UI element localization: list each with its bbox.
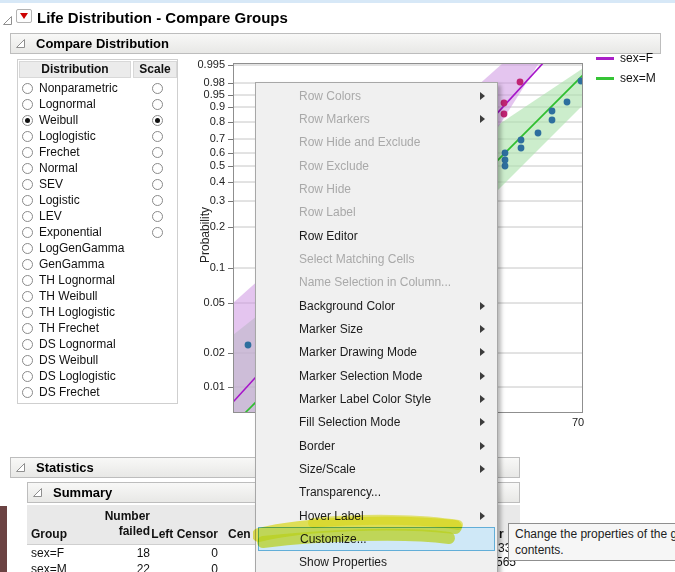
y-axis-tick: 0.1 xyxy=(180,261,228,275)
distribution-radio[interactable] xyxy=(22,259,33,270)
distribution-radio[interactable] xyxy=(22,163,33,174)
distribution-row: Frechet xyxy=(18,144,177,160)
menu-item[interactable]: Hover Label xyxy=(256,504,497,527)
distribution-radio[interactable] xyxy=(22,355,33,366)
distribution-label: DS Loglogistic xyxy=(39,369,116,383)
disclosure-icon[interactable] xyxy=(15,38,31,49)
distribution-label: SEV xyxy=(39,177,63,191)
scale-radio[interactable] xyxy=(152,99,163,110)
distribution-row: Exponential xyxy=(18,224,177,240)
distribution-label: TH Weibull xyxy=(39,289,97,303)
distribution-radio[interactable] xyxy=(22,83,33,94)
menu-item[interactable]: Size/Scale xyxy=(256,457,497,480)
header-censored-clipped: Cen xyxy=(228,527,251,541)
scale-radio[interactable] xyxy=(152,131,163,142)
distribution-label: DS Frechet xyxy=(39,385,100,399)
submenu-arrow-icon xyxy=(480,465,485,473)
menu-item[interactable]: Fill Selection Mode xyxy=(256,411,497,434)
outline-compare-distribution[interactable]: Compare Distribution xyxy=(10,33,661,54)
scale-radio[interactable] xyxy=(152,115,163,126)
tooltip-text-line2: contents. xyxy=(515,542,675,558)
scale-radio[interactable] xyxy=(152,227,163,238)
menu-item[interactable]: Background Color xyxy=(256,294,497,317)
scale-radio[interactable] xyxy=(152,163,163,174)
distribution-row: Nonparametric xyxy=(18,80,177,96)
outline-title: Summary xyxy=(53,485,112,500)
menu-item[interactable]: Row Markers xyxy=(256,107,497,130)
distribution-radio[interactable] xyxy=(22,371,33,382)
distribution-radio[interactable] xyxy=(22,147,33,158)
y-tick-label: 0.6 xyxy=(210,146,225,158)
y-tick-label: 0.02 xyxy=(204,346,225,358)
menu-item-label: Marker Drawing Mode xyxy=(299,345,417,359)
menu-item[interactable]: Marker Drawing Mode xyxy=(256,341,497,364)
y-tick-label: 0.01 xyxy=(204,380,225,392)
distribution-row: TH Weibull xyxy=(18,288,177,304)
menu-item[interactable]: Row Hide xyxy=(256,177,497,200)
menu-item[interactable]: Row Label xyxy=(256,201,497,224)
scale-radio[interactable] xyxy=(152,147,163,158)
menu-item-label: Fill Selection Mode xyxy=(299,415,400,429)
scale-radio[interactable] xyxy=(152,83,163,94)
y-tick-label: 0.4 xyxy=(210,175,225,187)
distribution-list: Nonparametric Lognormal Weibull Loglogis… xyxy=(18,80,177,400)
distribution-radio[interactable] xyxy=(22,99,33,110)
menu-item[interactable]: Marker Selection Mode xyxy=(256,364,497,387)
menu-item-label: Background Color xyxy=(299,299,395,313)
submenu-arrow-icon xyxy=(480,395,485,403)
distribution-label: DS Lognormal xyxy=(39,337,116,351)
legend-line-swatch xyxy=(596,57,614,60)
y-axis-tick: 0.01 xyxy=(180,380,228,394)
menu-item[interactable]: Show Properties xyxy=(256,551,497,572)
menu-item[interactable]: Row Editor xyxy=(256,224,497,247)
distribution-radio[interactable] xyxy=(22,179,33,190)
distribution-radio[interactable] xyxy=(22,323,33,334)
distribution-radio[interactable] xyxy=(22,227,33,238)
menu-item[interactable]: Marker Label Color Style xyxy=(256,387,497,410)
y-axis-tick: 0.8 xyxy=(180,115,228,129)
outline-title: Compare Distribution xyxy=(36,36,169,51)
distribution-radio[interactable] xyxy=(22,339,33,350)
distribution-radio[interactable] xyxy=(22,387,33,398)
disclosure-icon[interactable] xyxy=(15,462,31,473)
distribution-label: TH Lognormal xyxy=(39,273,115,287)
legend-item[interactable]: sex=F xyxy=(596,48,656,68)
distribution-radio[interactable] xyxy=(22,243,33,254)
menu-item[interactable]: Customize... xyxy=(258,527,495,550)
menu-item[interactable]: Row Colors xyxy=(256,84,497,107)
distribution-label: Exponential xyxy=(39,225,102,239)
y-tick-label: 0.98 xyxy=(204,76,225,88)
menu-item-label: Hover Label xyxy=(299,509,364,523)
distribution-label: Weibull xyxy=(39,113,78,127)
menu-item[interactable]: Select Matching Cells xyxy=(256,247,497,270)
distribution-radio[interactable] xyxy=(22,131,33,142)
menu-item[interactable]: Border xyxy=(256,434,497,457)
scale-radio[interactable] xyxy=(152,195,163,206)
column-header-scale: Scale xyxy=(133,61,177,78)
y-axis[interactable]: 0.995 0.98 0.95 0.9 0.8 0.7 0.6 0.5 0.4 xyxy=(180,56,228,416)
scale-radio[interactable] xyxy=(152,211,163,222)
y-axis-tick: 0.9 xyxy=(180,100,228,114)
menu-item[interactable]: Name Selection in Column... xyxy=(256,271,497,294)
distribution-radio[interactable] xyxy=(22,195,33,206)
distribution-radio[interactable] xyxy=(22,115,33,126)
disclosure-icon[interactable] xyxy=(32,487,48,498)
disclosure-icon[interactable] xyxy=(2,12,13,30)
scale-radio[interactable] xyxy=(152,179,163,190)
menu-item-label: Size/Scale xyxy=(299,462,356,476)
menu-item[interactable]: Marker Size xyxy=(256,317,497,340)
cell-number-failed: 18 xyxy=(137,545,150,561)
distribution-radio[interactable] xyxy=(22,275,33,286)
distribution-row: DS Frechet xyxy=(18,384,177,400)
menu-item-label: Marker Label Color Style xyxy=(299,392,431,406)
menu-item[interactable]: Row Hide and Exclude xyxy=(256,131,497,154)
y-axis-tick: 0.3 xyxy=(180,194,228,208)
distribution-radio[interactable] xyxy=(22,291,33,302)
distribution-radio[interactable] xyxy=(22,307,33,318)
legend-item[interactable]: sex=M xyxy=(596,68,656,88)
menu-item[interactable]: Transparency... xyxy=(256,481,497,504)
red-triangle-menu-button[interactable] xyxy=(16,9,32,23)
distribution-label: LEV xyxy=(39,209,62,223)
distribution-radio[interactable] xyxy=(22,211,33,222)
menu-item[interactable]: Row Exclude xyxy=(256,154,497,177)
